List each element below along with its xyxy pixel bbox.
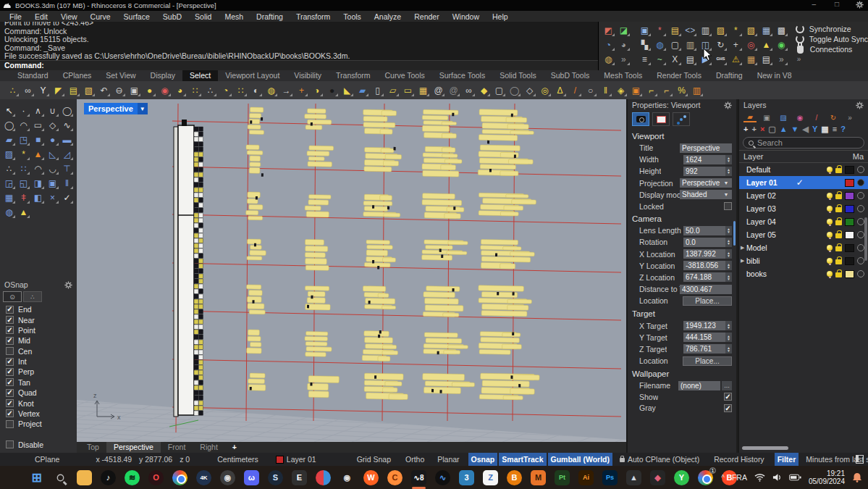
stepper-field[interactable]: -3818.056 [683, 261, 725, 270]
osnap-option-mid[interactable]: Mid [0, 335, 77, 346]
side-rectangle[interactable]: ▭ [31, 118, 45, 132]
tool-list-lines[interactable]: ≡ [638, 52, 652, 66]
menu-render[interactable]: Render [408, 12, 445, 21]
color-tab[interactable]: ◉ [793, 112, 806, 122]
taskbar-y-tool[interactable]: Y [670, 466, 694, 489]
btn-select-pie[interactable]: ◕ [173, 83, 187, 97]
btn-undo-selection[interactable]: ↶ [97, 83, 111, 97]
battery-icon[interactable] [789, 474, 801, 481]
status-auto-cplane-object[interactable]: Auto CPlane (Object) [617, 453, 702, 466]
status-grid-snap[interactable]: Grid Snap [354, 453, 394, 466]
osnap-option-tan[interactable]: Tan [0, 377, 77, 388]
side-freeform[interactable]: ∿ [60, 118, 74, 132]
menu-help[interactable]: Help [486, 12, 515, 21]
osnap-option-knot[interactable]: Knot [0, 398, 77, 408]
lock-icon[interactable] [835, 220, 842, 225]
lock-icon[interactable] [835, 233, 842, 238]
taskbar-davinci-resolve[interactable]: ◆ [646, 466, 670, 489]
btn-select-link[interactable]: ∞ [462, 83, 476, 97]
properties-tab-viewport[interactable] [632, 112, 649, 126]
btn-select-clipboard[interactable]: ▯ [371, 83, 384, 97]
btn-select-part[interactable]: ◔ [219, 83, 232, 97]
side-arc[interactable]: ◠ [17, 118, 30, 132]
prop-widget-x-target[interactable]: 1949.123▲▼ [683, 321, 732, 330]
tool-checker[interactable]: ▚ [638, 38, 652, 51]
osnap-option-cen[interactable]: Cen [0, 346, 77, 356]
osnap-option-end[interactable]: End [0, 304, 77, 314]
list-view-icon[interactable]: ≡ [833, 125, 837, 133]
tool-warning-triangle[interactable]: ⚠ [729, 52, 743, 66]
material-circle[interactable] [857, 231, 864, 238]
tab-standard[interactable]: Standard [10, 70, 56, 81]
osnap-option-quad[interactable]: Quad [0, 388, 77, 398]
btn-select-box[interactable]: ▧ [82, 83, 96, 97]
stepper-arrows[interactable]: ▲▼ [725, 226, 732, 235]
btn-select-percent[interactable]: % [675, 83, 688, 97]
material-circle[interactable] [857, 244, 864, 251]
tool-overflow[interactable]: » [617, 52, 631, 66]
bulb-icon[interactable] [827, 258, 833, 264]
side-fillet[interactable]: ◠ [31, 162, 45, 175]
prop-widget-show[interactable] [724, 393, 732, 401]
btn-select-shield[interactable]: ◈ [614, 83, 628, 97]
btn-select-rings[interactable]: ◎ [538, 83, 552, 97]
taskbar-spotify[interactable]: ≋ [120, 466, 144, 489]
taskbar-start[interactable]: ⊞ [25, 466, 49, 489]
stepper-arrows[interactable]: ▲▼ [725, 261, 732, 270]
layer-row-layer-03[interactable]: Layer 03 [739, 202, 868, 215]
btn-select-orange[interactable]: + [295, 83, 308, 97]
layer-row-layer-04[interactable]: Layer 04 [739, 215, 868, 228]
checkbox-disable[interactable] [6, 440, 14, 448]
tool-disc-multi[interactable]: ◍ [602, 52, 615, 66]
tool-folder-yellow[interactable]: ▨ [714, 23, 728, 37]
tool-mannequin[interactable]: * [653, 23, 667, 37]
tab-drafting[interactable]: Drafting [709, 70, 750, 81]
checkbox-project[interactable] [6, 420, 14, 428]
tab-curve-tools[interactable]: Curve Tools [378, 70, 432, 81]
btn-select-node[interactable]: → [279, 83, 293, 97]
tab-display[interactable]: Display [143, 70, 182, 81]
btn-select-key[interactable]: ⌐ [644, 83, 658, 97]
tool-display-monitor[interactable]: ▣ [638, 23, 652, 37]
stepper-field[interactable]: 444.158 [683, 333, 725, 342]
tab-cplanes[interactable]: CPlanes [56, 70, 99, 81]
stepper-arrows[interactable]: ▲▼ [725, 272, 732, 282]
btn-select-balance[interactable]: ◑ [310, 83, 324, 97]
tool-report-doc[interactable]: ▤ [759, 52, 773, 66]
viewport-tab-[interactable]: + [225, 442, 244, 453]
tool-broom[interactable]: ~ [653, 52, 667, 66]
text-field[interactable]: 4300.467 [680, 285, 732, 294]
menu-tools[interactable]: Tools [337, 12, 368, 21]
layers-gear-icon[interactable] [856, 101, 864, 109]
tool-package[interactable]: ▦ [744, 52, 758, 66]
place-button[interactable]: Place... [683, 356, 732, 366]
material-circle[interactable] [857, 205, 864, 212]
tool-lifebuoy[interactable]: ◎ [744, 38, 758, 51]
maximize-button[interactable]: □ [835, 0, 839, 8]
side-flow[interactable]: ◧ [31, 191, 45, 204]
file-field[interactable]: (none) [678, 381, 720, 390]
side-move[interactable]: ◲ [2, 176, 16, 190]
taskbar-clipchamp[interactable] [311, 466, 335, 489]
delete-layer-icon[interactable]: × [760, 125, 764, 133]
btn-select-shade[interactable]: ◐ [249, 83, 263, 97]
tab-new-in-v8[interactable]: New in V8 [750, 70, 799, 81]
language-indicator[interactable]: FRA [732, 473, 747, 482]
menu-window[interactable]: Window [446, 12, 486, 21]
move-up-icon[interactable]: ▲ [780, 125, 788, 133]
clock[interactable]: 19:21 05/09/2024 [809, 469, 845, 485]
checkbox-point[interactable] [6, 326, 14, 334]
layer-color-swatch[interactable] [845, 179, 854, 187]
side-trim[interactable]: ▲ [31, 147, 45, 161]
checkbox-quad[interactable] [6, 389, 14, 397]
lock-icon[interactable] [835, 246, 842, 251]
smarttrack-tab[interactable]: ∴ [23, 291, 42, 302]
stepper-field[interactable]: 1949.123 [683, 321, 725, 330]
btn-select-box2[interactable]: ▥ [690, 83, 704, 97]
viewport-perspective[interactable]: Perspective ▼ zx [77, 99, 626, 442]
side-sphere[interactable]: ● [46, 133, 59, 146]
stepper-field[interactable]: 1387.992 [683, 249, 725, 259]
layer-row-default[interactable]: Default [739, 163, 868, 176]
lock-icon[interactable] [835, 259, 842, 264]
side-point-cloud[interactable]: ∷ [17, 162, 30, 175]
